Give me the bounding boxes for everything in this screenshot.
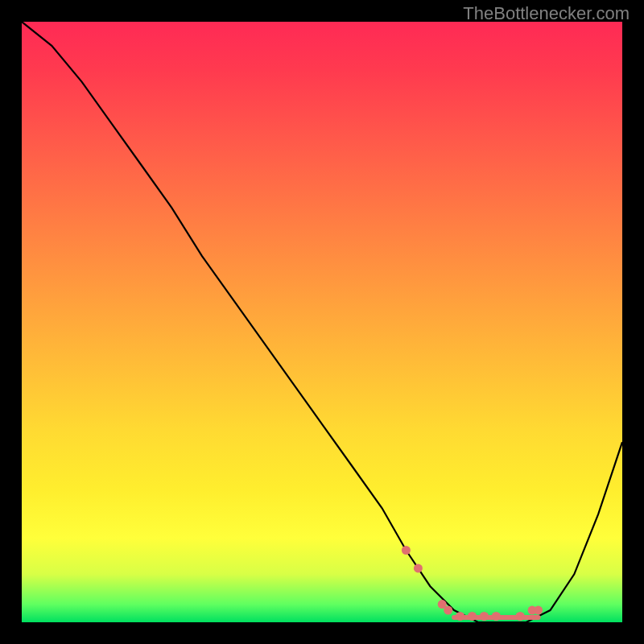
data-marker [402,546,411,555]
bottleneck-curve [22,22,622,622]
data-marker [468,612,477,621]
data-marker [444,606,452,615]
data-marker [516,612,525,621]
data-marker [492,612,501,621]
plot-area [22,22,622,622]
data-marker [534,606,543,615]
data-marker [414,564,423,572]
data-marker [480,612,489,621]
data-marker [456,612,464,621]
